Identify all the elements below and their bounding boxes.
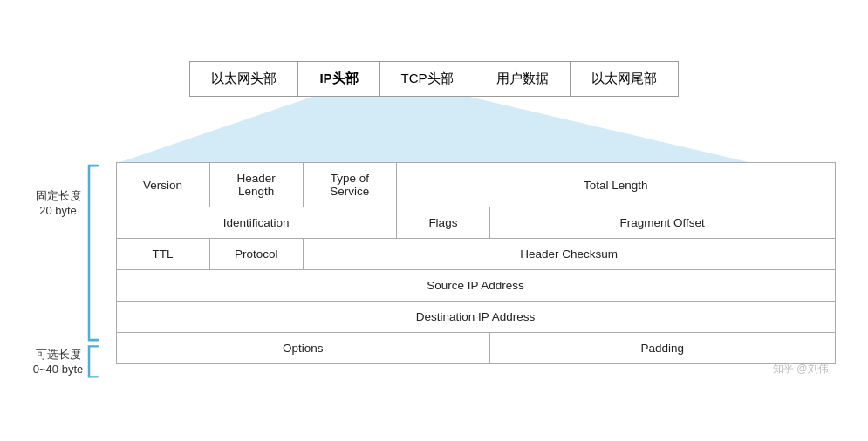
fixed-label-group: 固定长度 20 byte <box>33 162 116 343</box>
optional-label-group: 可选长度 0~40 byte <box>33 343 116 380</box>
ethernet-header-label: 以太网头部 <box>211 71 277 85</box>
options-label: Options <box>283 342 324 355</box>
type-of-service-cell: Type ofService <box>303 163 396 207</box>
total-length-label: Total Length <box>584 179 648 192</box>
padding-label: Padding <box>640 342 684 355</box>
ttl-cell: TTL <box>116 239 209 270</box>
ip-header-label: IP头部 <box>319 71 358 85</box>
type-of-service-label: Type ofService <box>330 172 369 198</box>
svg-marker-0 <box>120 97 748 162</box>
ethernet-header-cell: 以太网头部 <box>190 62 298 96</box>
fixed-bracket <box>84 162 101 343</box>
side-labels: 固定长度 20 byte 可选长度 0~40 byte <box>33 162 116 380</box>
tcp-header-label: TCP头部 <box>401 71 454 85</box>
optional-label-text: 可选长度 0~40 byte <box>33 343 84 380</box>
fixed-label-text: 固定长度 20 byte <box>33 162 84 343</box>
protocol-cell: Protocol <box>209 239 303 270</box>
ttl-label: TTL <box>153 248 174 261</box>
header-length-label: HeaderLength <box>237 172 276 198</box>
flags-cell: Flags <box>396 207 489 239</box>
header-checksum-cell: Header Checksum <box>303 239 835 270</box>
fragment-offset-label: Fragment Offset <box>620 216 705 229</box>
funnel-shape <box>42 97 827 162</box>
table-row: Options Padding <box>116 333 835 364</box>
source-ip-cell: Source IP Address <box>116 270 835 302</box>
flags-label: Flags <box>428 216 457 229</box>
table-row: Version HeaderLength Type ofService Tota… <box>116 163 835 207</box>
user-data-cell: 用户数据 <box>475 62 571 96</box>
fixed-label-line2: 20 byte <box>33 204 84 217</box>
user-data-label: 用户数据 <box>496 71 549 85</box>
source-ip-label: Source IP Address <box>427 279 524 292</box>
diagram-container: 以太网头部 IP头部 TCP头部 用户数据 以太网尾部 <box>33 61 836 380</box>
table-row: Identification Flags Fragment Offset <box>116 207 835 239</box>
ethernet-tail-cell: 以太网尾部 <box>571 62 678 96</box>
table-row: TTL Protocol Header Checksum <box>116 239 835 270</box>
header-checksum-label: Header Checksum <box>520 248 618 261</box>
bottom-section: 固定长度 20 byte 可选长度 0~40 byte <box>33 162 836 380</box>
version-cell: Version <box>116 163 209 207</box>
ip-header-cell: IP头部 <box>298 62 379 96</box>
watermark-text: 知乎 @刘伟 <box>773 363 829 375</box>
fixed-label-line1: 固定长度 <box>33 188 84 204</box>
fragment-offset-cell: Fragment Offset <box>489 207 835 239</box>
table-row: Source IP Address <box>116 270 835 302</box>
table-row: Destination IP Address <box>116 302 835 333</box>
dest-ip-label: Destination IP Address <box>416 310 535 323</box>
ethernet-tail-label: 以太网尾部 <box>591 71 657 85</box>
header-length-cell: HeaderLength <box>209 163 303 207</box>
ip-table-container: Version HeaderLength Type ofService Tota… <box>116 162 836 380</box>
dest-ip-cell: Destination IP Address <box>116 302 835 333</box>
optional-bracket <box>84 343 101 380</box>
identification-cell: Identification <box>116 207 396 239</box>
version-label: Version <box>143 179 182 192</box>
total-length-cell: Total Length <box>396 163 835 207</box>
padding-cell: Padding <box>489 333 835 364</box>
ip-header-table: Version HeaderLength Type ofService Tota… <box>116 162 836 364</box>
protocol-label: Protocol <box>235 248 278 261</box>
identification-label: Identification <box>223 216 290 229</box>
top-row: 以太网头部 IP头部 TCP头部 用户数据 以太网尾部 <box>189 61 678 97</box>
tcp-header-cell: TCP头部 <box>380 62 475 96</box>
options-cell: Options <box>116 333 489 364</box>
optional-label-line2: 0~40 byte <box>33 363 84 376</box>
optional-label-line1: 可选长度 <box>33 347 84 363</box>
